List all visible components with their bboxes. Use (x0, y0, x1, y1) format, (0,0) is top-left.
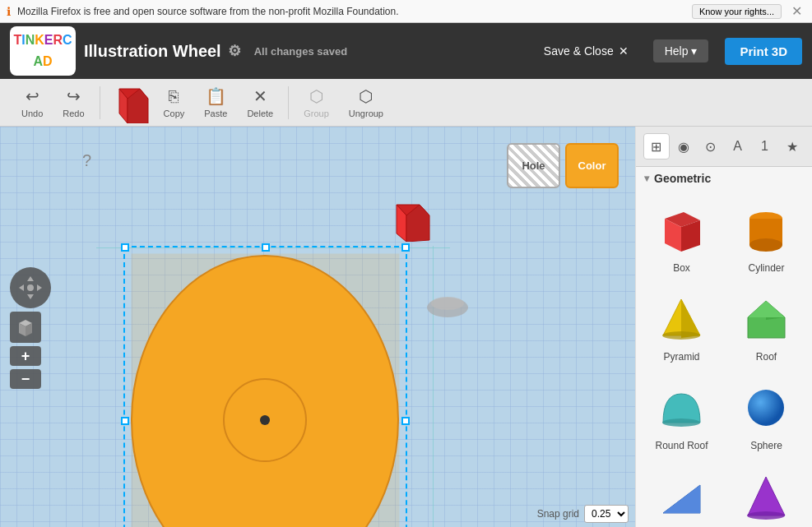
gear-icon[interactable]: ⚙ (228, 42, 241, 60)
box-shape-preview (653, 201, 711, 259)
paste-icon: 📋 (206, 86, 226, 106)
logo-letter-t: T (13, 34, 21, 47)
view-grid-button[interactable]: ⊞ (643, 133, 670, 159)
print3d-button[interactable]: Print 3D (725, 38, 802, 65)
pyramid-shape-preview (653, 290, 711, 348)
svg-marker-6 (37, 284, 42, 291)
know-rights-button[interactable]: Know your rights... (692, 4, 782, 19)
view-scene-button[interactable]: ⊙ (698, 133, 724, 159)
zoom-in-button[interactable]: + (10, 346, 41, 366)
delete-label: Delete (247, 109, 273, 118)
canvas-area[interactable]: + − ? (0, 127, 635, 527)
redo-label: Redo (63, 109, 84, 118)
shape-item-round-roof[interactable]: Round Roof (643, 374, 721, 456)
view-cube[interactable] (10, 312, 41, 343)
handle-top-middle[interactable] (262, 243, 270, 252)
shape-item-wedge[interactable]: Wedge (643, 463, 721, 527)
save-close-button[interactable]: Save & Close ✕ (544, 44, 629, 58)
firefox-bar-text: Mozilla Firefox is free and open source … (17, 6, 685, 17)
handle-top-left[interactable] (121, 243, 129, 252)
logo-letter-k: K (35, 34, 44, 47)
snap-grid-bar: Snap grid 0.25 (537, 505, 629, 523)
cube-icon (15, 317, 36, 338)
view-number-button[interactable]: 1 (752, 133, 778, 159)
app-container: T I N K E R C A D Illustration Wheel ⚙ A… (0, 23, 812, 527)
hole-button[interactable]: Hole (507, 143, 560, 188)
undo-icon: ↩ (26, 86, 39, 106)
box-label: Box (673, 262, 690, 274)
project-title: Illustration Wheel (84, 42, 221, 61)
zoom-out-button[interactable]: − (10, 369, 41, 389)
help-button[interactable]: Help ▾ (653, 39, 709, 62)
cylinder-shape-preview (738, 201, 796, 259)
view-star-button[interactable]: ★ (779, 133, 805, 159)
color-label: Color (578, 159, 606, 172)
redo-icon: ↪ (67, 86, 81, 106)
close-icon: ✕ (619, 44, 629, 58)
roof-shape-svg (740, 293, 793, 346)
shape-item-cone[interactable]: Cone (727, 463, 805, 527)
shape-item-cylinder[interactable]: Cylinder (727, 196, 805, 279)
sphere-shape-preview (738, 379, 796, 437)
selection-box: ↺ (123, 246, 407, 527)
roof-shape-preview (738, 290, 796, 348)
view-text-button[interactable]: A (725, 133, 751, 159)
handle-middle-right[interactable] (401, 417, 410, 425)
round-roof-shape-svg (655, 381, 708, 435)
shape-item-box[interactable]: Box (643, 196, 721, 279)
title-area: Illustration Wheel ⚙ All changes saved (84, 42, 347, 61)
logo-letter-e: E (44, 34, 53, 47)
help-arrow-icon: ▾ (691, 44, 697, 58)
group-button[interactable]: ⬡ Group (295, 83, 337, 122)
snap-grid-select[interactable]: 0.25 (584, 505, 629, 523)
category-label: Geometric (654, 172, 711, 185)
group-label: Group (304, 109, 329, 118)
logo-letter-a: A (33, 55, 43, 68)
ungroup-label: Ungroup (349, 109, 383, 118)
sidebar: ⊞ ◉ ⊙ A 1 ★ ▾ Geometric (635, 127, 812, 527)
copy-label: Copy (164, 109, 185, 118)
view-3d-button[interactable]: ◉ (670, 133, 697, 159)
svg-point-33 (748, 390, 784, 426)
svg-marker-31 (748, 301, 785, 317)
toolbar-divider-2 (288, 86, 289, 119)
autosave-status: All changes saved (254, 45, 347, 58)
svg-point-32 (662, 418, 700, 427)
pan-control[interactable] (10, 267, 51, 308)
help-question-button[interactable]: ? (82, 151, 91, 170)
roof-label: Roof (756, 351, 777, 363)
handle-top-right[interactable] (401, 243, 410, 252)
shape-item-roof[interactable]: Roof (727, 285, 805, 368)
shape-preview-toolbar (107, 82, 152, 123)
shape-item-pyramid[interactable]: Pyramid (643, 285, 721, 368)
main-content: + − ? (0, 127, 812, 527)
sidebar-category[interactable]: ▾ Geometric (636, 167, 812, 190)
help-label: Help (665, 44, 689, 58)
copy-button[interactable]: ⎘ Copy (155, 84, 193, 122)
ungroup-button[interactable]: ⬡ Ungroup (341, 83, 392, 122)
pan-arrows-icon (16, 273, 45, 303)
delete-button[interactable]: ✕ Delete (239, 83, 281, 122)
category-arrow-icon: ▾ (644, 173, 649, 184)
vertical-guide-line (433, 246, 434, 527)
blob-shape (425, 295, 471, 320)
svg-marker-5 (19, 284, 24, 291)
pyramid-label: Pyramid (663, 351, 699, 363)
close-firefox-bar-button[interactable]: ✕ (788, 3, 805, 19)
paste-button[interactable]: 📋 Paste (196, 83, 235, 122)
info-icon: ℹ (7, 5, 11, 18)
hole-label: Hole (522, 159, 545, 172)
redo-button[interactable]: ↪ Redo (54, 83, 92, 122)
group-icon: ⬡ (309, 86, 323, 106)
round-roof-shape-preview (653, 379, 711, 437)
handle-middle-left[interactable] (121, 417, 129, 425)
color-button[interactable]: Color (565, 143, 619, 188)
undo-button[interactable]: ↩ Undo (13, 83, 51, 122)
svg-marker-36 (748, 477, 785, 515)
sidebar-view-buttons: ⊞ ◉ ⊙ A 1 ★ (636, 127, 812, 167)
logo-letter-c: C (63, 34, 72, 47)
cylinder-label: Cylinder (748, 262, 784, 274)
logo-letter-d: D (43, 55, 53, 68)
blob-svg (425, 295, 471, 320)
shape-item-sphere[interactable]: Sphere (727, 374, 805, 456)
